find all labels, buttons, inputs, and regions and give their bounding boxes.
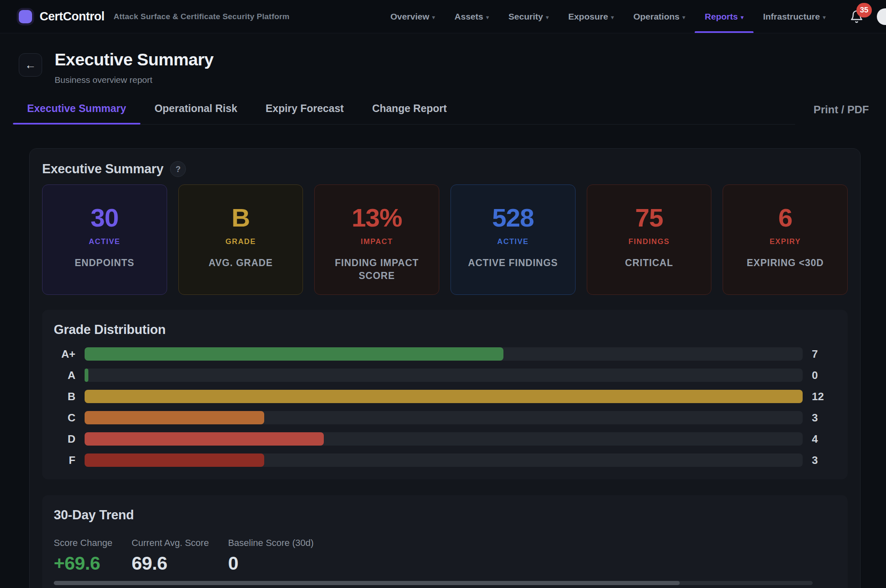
grade-count: 3	[812, 454, 836, 467]
metric-unit: FINDINGS	[628, 237, 670, 246]
metric-label: FINDING IMPACT SCORE	[315, 257, 439, 282]
grade-row-b: B12	[54, 390, 836, 403]
nav-item-operations[interactable]: Operations▾	[633, 0, 685, 33]
grade-bar-fill	[85, 453, 264, 467]
tab-executive-summary[interactable]: Executive Summary	[13, 95, 140, 124]
metric-unit: EXPIRY	[770, 237, 801, 246]
trend-stat-current-avg-score: Current Avg. Score69.6	[132, 538, 209, 574]
trend-stat-baseline-score-30d: Baseline Score (30d)0	[228, 538, 313, 574]
trend-title: 30-Day Trend	[54, 508, 836, 523]
trend-panel: 30-Day Trend Score Change+69.6Current Av…	[42, 495, 848, 588]
nav-item-infrastructure[interactable]: Infrastructure▾	[763, 0, 826, 33]
nav-item-reports[interactable]: Reports▾	[705, 0, 743, 33]
grade-bar-fill	[85, 369, 88, 382]
stat-label: Baseline Score (30d)	[228, 538, 313, 548]
grade-bar-fill	[85, 347, 503, 361]
metric-unit: ACTIVE	[497, 237, 529, 246]
tab-operational-risk[interactable]: Operational Risk	[140, 95, 252, 124]
metric-value: 6	[778, 205, 792, 231]
stat-label: Current Avg. Score	[132, 538, 209, 548]
tab-expiry-forecast[interactable]: Expiry Forecast	[251, 95, 358, 124]
metric-label: ENDPOINTS	[63, 257, 146, 269]
grade-bar-track	[85, 390, 803, 403]
grade-count: 12	[812, 390, 836, 403]
metric-card-avg-grade: BGRADEAVG. GRADE	[178, 184, 303, 295]
avatar[interactable]	[877, 8, 886, 25]
grade-row-a: A+7	[54, 347, 836, 361]
help-button[interactable]: ?	[170, 161, 186, 177]
nav-item-label: Exposure	[568, 12, 608, 22]
metric-label: ACTIVE FINDINGS	[456, 257, 570, 269]
grade-count: 3	[812, 411, 836, 424]
trend-stats: Score Change+69.6Current Avg. Score69.6B…	[54, 538, 836, 574]
tabs-row: Executive SummaryOperational RiskExpiry …	[13, 95, 869, 125]
stat-value: 69.6	[132, 553, 209, 574]
back-arrow-icon: ←	[25, 59, 36, 72]
print-pdf-button[interactable]: Print / PDF	[813, 103, 869, 125]
grade-count: 0	[812, 369, 836, 382]
grade-count: 7	[812, 348, 836, 361]
grade-bar-track	[85, 369, 803, 382]
metric-label: CRITICAL	[613, 257, 685, 269]
grade-count: 4	[812, 433, 836, 446]
trend-stat-score-change: Score Change+69.6	[54, 538, 113, 574]
stat-value: 0	[228, 553, 313, 574]
chevron-down-icon: ▾	[432, 14, 435, 20]
metric-unit: IMPACT	[361, 237, 393, 246]
chevron-down-icon: ▾	[823, 14, 826, 20]
chevron-down-icon: ▾	[741, 14, 743, 20]
nav-item-overview[interactable]: Overview▾	[390, 0, 435, 33]
notifications-button[interactable]: 35	[850, 10, 863, 24]
metric-value: B	[232, 205, 250, 231]
brand-name: CertControl	[40, 10, 105, 23]
grade-row-d: D4	[54, 432, 836, 446]
metric-card-critical: 75FINDINGSCRITICAL	[587, 184, 712, 295]
metric-unit: GRADE	[225, 237, 256, 246]
metric-card-endpoints: 30ACTIVEENDPOINTS	[42, 184, 167, 295]
page-title: Executive Summary	[55, 50, 213, 70]
trend-partial-bar	[54, 581, 813, 585]
metric-value: 75	[635, 205, 663, 231]
metric-value: 30	[90, 205, 118, 231]
executive-summary-section: Executive Summary ? 30ACTIVEENDPOINTSBGR…	[29, 148, 861, 588]
top-nav: CertControl Attack Surface & Certificate…	[0, 0, 886, 33]
nav-item-label: Overview	[390, 12, 429, 22]
grade-bar-track	[85, 453, 803, 467]
metric-card-active-findings: 528ACTIVEACTIVE FINDINGS	[451, 184, 576, 295]
chevron-down-icon: ▾	[611, 14, 614, 20]
nav-item-label: Security	[508, 12, 543, 22]
grade-label: D	[54, 433, 75, 446]
nav-item-label: Reports	[705, 12, 738, 22]
nav-item-exposure[interactable]: Exposure▾	[568, 0, 613, 33]
grade-label: F	[54, 454, 75, 467]
back-button[interactable]: ←	[19, 53, 42, 77]
section-head: Executive Summary ?	[42, 161, 848, 177]
nav-item-label: Infrastructure	[763, 12, 820, 22]
nav-item-security[interactable]: Security▾	[508, 0, 548, 33]
nav-menu: Overview▾Assets▾Security▾Exposure▾Operat…	[390, 0, 826, 33]
trend-partial-bar-fill	[54, 581, 680, 585]
nav-item-assets[interactable]: Assets▾	[455, 0, 489, 33]
metric-value: 13%	[352, 205, 402, 231]
grade-row-c: C3	[54, 411, 836, 424]
nav-item-label: Assets	[455, 12, 483, 22]
grade-row-f: F3	[54, 453, 836, 467]
metric-card-finding-impact-score: 13%IMPACTFINDING IMPACT SCORE	[314, 184, 439, 295]
grade-row-a: A0	[54, 369, 836, 382]
metric-label: AVG. GRADE	[197, 257, 285, 269]
grade-distribution-panel: Grade Distribution A+7A0B12C3D4F3	[42, 310, 848, 479]
brand[interactable]: CertControl Attack Surface & Certificate…	[19, 0, 290, 33]
grade-label: C	[54, 411, 75, 424]
grade-rows: A+7A0B12C3D4F3	[54, 347, 836, 467]
chevron-down-icon: ▾	[546, 14, 549, 20]
grade-label: B	[54, 390, 75, 403]
chevron-down-icon: ▾	[683, 14, 686, 20]
metric-label: EXPIRING <30D	[735, 257, 836, 269]
tab-change-report[interactable]: Change Report	[358, 95, 461, 124]
notification-count-badge: 35	[856, 3, 872, 17]
nav-item-label: Operations	[633, 12, 680, 22]
grade-bar-track	[85, 432, 803, 446]
grade-label: A+	[54, 348, 75, 361]
section-title: Executive Summary	[42, 162, 163, 177]
chevron-down-icon: ▾	[486, 14, 489, 20]
